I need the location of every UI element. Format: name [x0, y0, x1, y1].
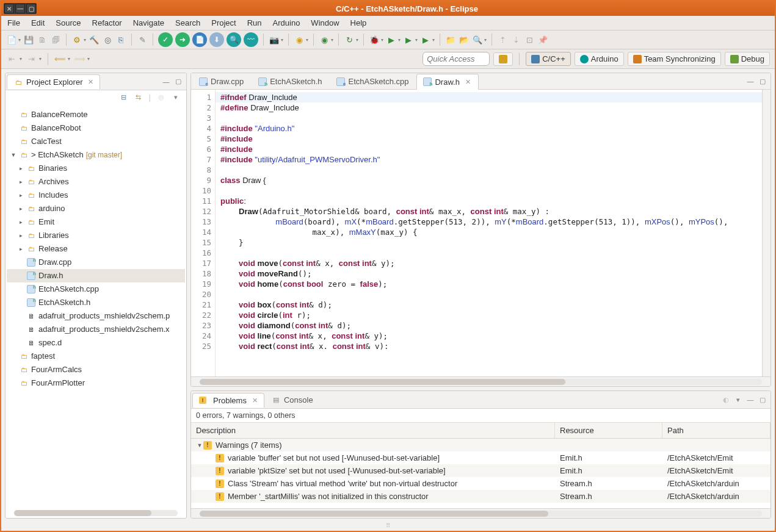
tree-item[interactable]: ▸🗀Includes: [7, 189, 185, 202]
problem-row[interactable]: !variable 'pktSize' set but not used [-W…: [191, 464, 771, 477]
tree-item[interactable]: 🗀CalcTest: [7, 135, 185, 148]
tree-item[interactable]: EtchASketch.h: [7, 296, 185, 309]
problems-group[interactable]: ▼!Warnings (7 items): [191, 439, 771, 451]
window-minimize-icon[interactable]: —: [15, 4, 25, 13]
open-project-icon[interactable]: 📁: [445, 34, 456, 45]
sidebar-hscroll[interactable]: [5, 508, 186, 518]
open-folder-icon[interactable]: 📂: [459, 34, 470, 45]
perspective-debug[interactable]: Debug: [725, 52, 770, 66]
collapse-all-icon[interactable]: ⊟: [120, 93, 128, 101]
tree-item[interactable]: 🗀BalanceRemote: [7, 108, 185, 121]
tree-item[interactable]: 🗀FourArmPlotter: [7, 376, 185, 390]
run-icon[interactable]: ▶: [386, 34, 397, 45]
quick-access-input[interactable]: [422, 52, 490, 66]
perspective-team[interactable]: Team Synchronizing: [628, 52, 721, 66]
view-menu-icon[interactable]: ▾: [172, 93, 180, 101]
minimize-view-icon[interactable]: —: [162, 77, 170, 86]
refresh-icon[interactable]: ↻: [344, 34, 355, 45]
problem-row[interactable]: !Class 'Stream' has virtual method 'writ…: [191, 477, 771, 490]
collapse-icon[interactable]: ⇤: [6, 54, 17, 65]
editor-hscroll[interactable]: [191, 376, 771, 386]
code-icon[interactable]: ⎘: [115, 34, 126, 45]
show-whitespace-icon[interactable]: ⊡: [524, 34, 535, 45]
menu-arduino[interactable]: Arduino: [273, 18, 300, 27]
editor-tab[interactable]: Draw.h ✕: [416, 74, 478, 90]
upload-icon[interactable]: ➜: [175, 32, 190, 47]
menu-navigate[interactable]: Navigate: [133, 18, 164, 27]
tree-item[interactable]: 🗀BalanceRobot: [7, 121, 185, 135]
tree-item[interactable]: ▸🗀Archives: [7, 175, 185, 189]
menu-source[interactable]: Source: [56, 18, 81, 27]
problems-hscroll[interactable]: [191, 508, 771, 518]
wand-icon[interactable]: ✎: [137, 34, 148, 45]
minimize-view-icon[interactable]: —: [746, 77, 755, 85]
col-path[interactable]: Path: [662, 423, 771, 438]
search-icon[interactable]: 🔍: [472, 34, 483, 45]
maximize-view-icon[interactable]: ▢: [758, 77, 767, 85]
editor-tab[interactable]: Draw.cpp: [192, 73, 252, 89]
prev-annotation-icon[interactable]: ⇡: [497, 34, 508, 45]
filter-icon[interactable]: ◐: [722, 395, 730, 404]
expand-icon[interactable]: ⇥: [26, 54, 37, 65]
menu-file[interactable]: File: [7, 18, 20, 27]
console-tab[interactable]: ▤ Console: [264, 392, 320, 407]
col-resource[interactable]: Resource: [555, 423, 662, 438]
forward-icon[interactable]: ⟹: [74, 54, 85, 65]
new-sketch-icon[interactable]: 📄: [192, 32, 207, 47]
tree-item[interactable]: ▸🗀Binaries: [7, 162, 185, 175]
camera-icon[interactable]: 📷: [269, 34, 280, 45]
menu-search[interactable]: Search: [175, 18, 200, 27]
pin-icon[interactable]: 📌: [537, 34, 548, 45]
perspective-cpp[interactable]: C/C++: [526, 52, 571, 66]
hammer-icon[interactable]: 🔨: [89, 34, 100, 45]
view-menu-icon[interactable]: ▾: [734, 395, 742, 404]
menu-help[interactable]: Help: [350, 18, 367, 27]
tree-item[interactable]: 🗎spec.d: [7, 336, 185, 350]
project-explorer-tab[interactable]: 🗀 Project Explorer ✕: [7, 74, 100, 89]
close-icon[interactable]: ✕: [252, 397, 258, 404]
tree-item[interactable]: 🗀faptest: [7, 350, 185, 363]
coverage-icon[interactable]: ▶: [403, 34, 414, 45]
tree-item[interactable]: ▼🗀> EtchASketch [git master]: [7, 148, 185, 162]
tree-item[interactable]: ▸🗀arduino: [7, 202, 185, 215]
tree-item[interactable]: 🗀FourArmCalcs: [7, 363, 185, 376]
build-icon[interactable]: ⚙: [71, 34, 82, 45]
maximize-view-icon[interactable]: ▢: [758, 395, 767, 404]
sash-handle[interactable]: ⠿: [5, 522, 771, 528]
serial-monitor-icon[interactable]: 🔍: [227, 32, 241, 47]
tree-item[interactable]: ▸🗀Emit: [7, 215, 185, 229]
open-perspective-button[interactable]: [493, 52, 513, 66]
debug-icon[interactable]: 🐞: [369, 34, 380, 45]
perspective-arduino[interactable]: Arduino: [575, 52, 624, 66]
back-icon[interactable]: ⟸: [54, 54, 65, 65]
editor-tab[interactable]: EtchASketch.cpp: [330, 73, 416, 89]
problems-tab[interactable]: ! Problems ✕: [192, 393, 264, 408]
tree-item[interactable]: 🗎adafruit_products_mshieldv2schem.p: [7, 309, 185, 323]
maximize-view-icon[interactable]: ▢: [174, 77, 183, 86]
window-maximize-icon[interactable]: ▢: [26, 4, 36, 13]
editor-tab[interactable]: EtchASketch.h: [252, 73, 330, 89]
verify-icon[interactable]: ✓: [158, 32, 173, 47]
problems-table[interactable]: ▼!Warnings (7 items) !variable 'buffer' …: [191, 439, 771, 508]
menu-project[interactable]: Project: [211, 18, 236, 27]
new-folder-icon[interactable]: ◉: [319, 34, 330, 45]
tree-item[interactable]: 🗎adafruit_products_mshieldv2schem.x: [7, 323, 185, 336]
menu-run[interactable]: Run: [247, 18, 262, 27]
menu-refactor[interactable]: Refactor: [92, 18, 122, 27]
focus-icon[interactable]: ◎: [157, 93, 165, 101]
download-icon[interactable]: ⬇: [209, 32, 224, 47]
tree-item[interactable]: ▸🗀Libraries: [7, 229, 185, 242]
link-editor-icon[interactable]: ⇆: [134, 93, 143, 101]
problem-row[interactable]: !Member '_startMillis' was not initializ…: [191, 490, 771, 503]
next-annotation-icon[interactable]: ⇣: [510, 34, 521, 45]
code-editor[interactable]: #ifndef Draw_Include#define Draw_Include…: [216, 90, 762, 376]
close-icon[interactable]: ✕: [465, 78, 471, 86]
target-icon[interactable]: ◎: [102, 34, 113, 45]
minimize-view-icon[interactable]: —: [746, 395, 755, 404]
window-close-icon[interactable]: ✕: [4, 4, 14, 13]
project-tree[interactable]: 🗀BalanceRemote🗀BalanceRobot🗀CalcTest▼🗀> …: [5, 104, 186, 508]
close-icon[interactable]: ✕: [88, 78, 93, 86]
menu-window[interactable]: Window: [311, 18, 339, 27]
external-tools-icon[interactable]: ▶: [420, 34, 431, 45]
print-icon[interactable]: 🗐: [50, 34, 61, 45]
